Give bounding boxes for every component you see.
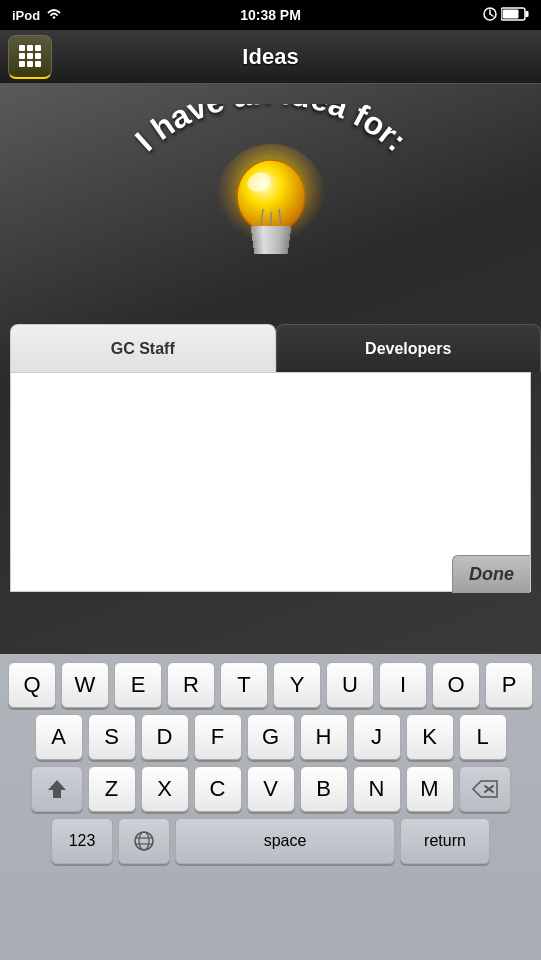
- svg-rect-12: [253, 241, 289, 248]
- return-key[interactable]: return: [400, 818, 490, 864]
- key-o[interactable]: O: [432, 662, 480, 708]
- key-d[interactable]: D: [141, 714, 189, 760]
- key-v[interactable]: V: [247, 766, 295, 812]
- tabs-row: GC Staff Developers: [0, 324, 541, 372]
- key-q[interactable]: Q: [8, 662, 56, 708]
- battery-icon: [501, 7, 529, 24]
- keyboard-row-1: Q W E R T Y U I O P: [4, 662, 537, 708]
- key-c[interactable]: C: [194, 766, 242, 812]
- key-j[interactable]: J: [353, 714, 401, 760]
- key-n[interactable]: N: [353, 766, 401, 812]
- globe-key[interactable]: [118, 818, 170, 864]
- key-p[interactable]: P: [485, 662, 533, 708]
- clock-icon: [483, 7, 497, 24]
- shift-key[interactable]: [31, 766, 83, 812]
- key-y[interactable]: Y: [273, 662, 321, 708]
- key-h[interactable]: H: [300, 714, 348, 760]
- status-bar: iPod 10:38 PM: [0, 0, 541, 30]
- key-t[interactable]: T: [220, 662, 268, 708]
- key-f[interactable]: F: [194, 714, 242, 760]
- key-x[interactable]: X: [141, 766, 189, 812]
- key-w[interactable]: W: [61, 662, 109, 708]
- svg-rect-4: [526, 11, 529, 17]
- lightbulb-icon: [211, 144, 331, 284]
- space-key[interactable]: space: [175, 818, 395, 864]
- key-k[interactable]: K: [406, 714, 454, 760]
- text-area-container: Done: [10, 372, 531, 592]
- key-s[interactable]: S: [88, 714, 136, 760]
- page-title: Ideas: [242, 44, 298, 70]
- key-b[interactable]: B: [300, 766, 348, 812]
- wifi-icon: [46, 7, 62, 23]
- svg-rect-11: [252, 234, 290, 241]
- key-r[interactable]: R: [167, 662, 215, 708]
- key-m[interactable]: M: [406, 766, 454, 812]
- key-e[interactable]: E: [114, 662, 162, 708]
- key-g[interactable]: G: [247, 714, 295, 760]
- time-display: 10:38 PM: [240, 7, 301, 23]
- key-i[interactable]: I: [379, 662, 427, 708]
- grid-menu-button[interactable]: [8, 35, 52, 79]
- keyboard-row-3: Z X C V B N M: [4, 766, 537, 812]
- keyboard-row-2: A S D F G H J K L: [4, 714, 537, 760]
- carrier-label: iPod: [12, 8, 40, 23]
- keyboard-row-4: 123 space return: [4, 818, 537, 864]
- svg-rect-5: [503, 9, 519, 18]
- key-l[interactable]: L: [459, 714, 507, 760]
- svg-rect-13: [254, 248, 288, 254]
- svg-marker-17: [48, 780, 66, 798]
- tab-gc-staff[interactable]: GC Staff: [10, 324, 276, 372]
- done-button[interactable]: Done: [452, 555, 530, 593]
- key-a[interactable]: A: [35, 714, 83, 760]
- key-u[interactable]: U: [326, 662, 374, 708]
- keyboard: Q W E R T Y U I O P A S D F G H J K L Z …: [0, 654, 541, 960]
- main-content: I have an idea for:: [0, 84, 541, 654]
- svg-rect-10: [251, 226, 291, 234]
- svg-point-20: [135, 832, 153, 850]
- tab-developers[interactable]: Developers: [276, 324, 542, 372]
- key-z[interactable]: Z: [88, 766, 136, 812]
- numbers-key[interactable]: 123: [51, 818, 113, 864]
- nav-bar: Ideas: [0, 30, 541, 84]
- backspace-key[interactable]: [459, 766, 511, 812]
- svg-point-21: [139, 832, 149, 850]
- tab-area: GC Staff Developers Done: [0, 324, 541, 654]
- svg-line-2: [490, 14, 493, 16]
- grid-icon: [19, 45, 41, 67]
